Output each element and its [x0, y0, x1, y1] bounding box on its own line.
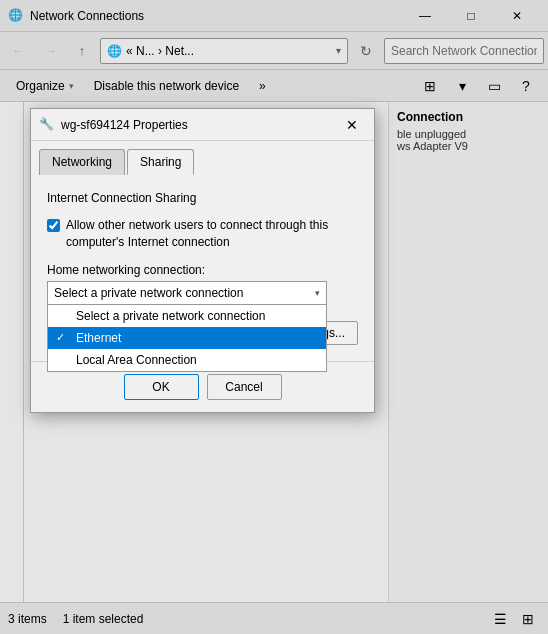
dialog-body: Internet Connection Sharing Allow other … — [31, 175, 374, 361]
dialog-close-button[interactable]: ✕ — [338, 112, 366, 138]
dropdown-arrow-icon: ▾ — [315, 288, 320, 298]
dropdown-item-2[interactable]: Local Area Connection — [48, 349, 326, 371]
tab-networking[interactable]: Networking — [39, 149, 125, 175]
properties-dialog: 🔧 wg-sf694124 Properties ✕ Networking Sh… — [30, 108, 375, 413]
allow-sharing-checkbox-row: Allow other network users to connect thr… — [47, 217, 358, 251]
home-network-dropdown: Select a private network connection ▾ Se… — [47, 281, 327, 305]
allow-sharing-checkbox[interactable] — [47, 219, 60, 232]
ok-button[interactable]: OK — [124, 374, 199, 400]
dialog-title-bar: 🔧 wg-sf694124 Properties ✕ — [31, 109, 374, 141]
allow-sharing-label: Allow other network users to connect thr… — [66, 217, 358, 251]
dropdown-item-label-2: Local Area Connection — [76, 353, 197, 367]
home-network-label: Home networking connection: — [47, 263, 358, 277]
dialog-tabs: Networking Sharing — [31, 141, 374, 175]
dropdown-list: Select a private network connection ✓ Et… — [47, 305, 327, 372]
tab-sharing[interactable]: Sharing — [127, 149, 194, 175]
dropdown-selected-value: Select a private network connection — [54, 286, 243, 300]
dropdown-check-1: ✓ — [56, 331, 70, 344]
tab-sharing-label: Sharing — [140, 155, 181, 169]
dialog-title-icon: 🔧 — [39, 117, 55, 133]
section-label: Internet Connection Sharing — [47, 191, 358, 205]
dropdown-item-1[interactable]: ✓ Ethernet — [48, 327, 326, 349]
dropdown-item-0[interactable]: Select a private network connection — [48, 305, 326, 327]
dialog-overlay: 🔧 wg-sf694124 Properties ✕ Networking Sh… — [0, 0, 548, 634]
dialog-title-text: wg-sf694124 Properties — [61, 118, 338, 132]
cancel-button[interactable]: Cancel — [207, 374, 282, 400]
dropdown-item-label-1: Ethernet — [76, 331, 121, 345]
dropdown-item-label-0: Select a private network connection — [76, 309, 265, 323]
dropdown-trigger[interactable]: Select a private network connection ▾ — [47, 281, 327, 305]
tab-networking-label: Networking — [52, 155, 112, 169]
